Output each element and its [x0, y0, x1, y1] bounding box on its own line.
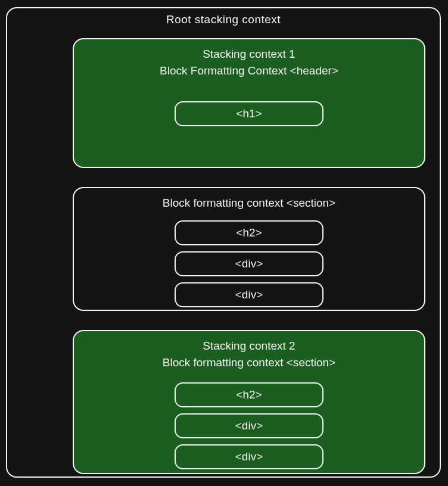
div-element: <div> — [175, 251, 323, 276]
stacking-context-1: Stacking context 1 Block Formatting Cont… — [73, 38, 425, 168]
root-title: Root stacking context — [7, 13, 440, 26]
h2-element: <h2> — [175, 382, 323, 407]
h2-element: <h2> — [175, 220, 323, 245]
stacking-context-2: Stacking context 2 Block formatting cont… — [73, 330, 425, 474]
stacking-context-2-title: Stacking context 2 — [74, 339, 424, 353]
h1-element: <h1> — [175, 101, 323, 126]
root-stacking-context: Root stacking context Stacking context 1… — [6, 7, 441, 478]
div-element: <div> — [175, 282, 323, 307]
bfc-section-1: Block formatting context <section> <h2> … — [73, 187, 425, 311]
div-element: <div> — [175, 413, 323, 438]
bfc-section-1-label: Block formatting context <section> — [74, 197, 424, 210]
bfc-section-2-label: Block formatting context <section> — [74, 356, 424, 369]
bfc-header-label: Block Formatting Context <header> — [74, 64, 424, 77]
stacking-context-1-title: Stacking context 1 — [74, 48, 424, 61]
div-element: <div> — [175, 444, 323, 469]
